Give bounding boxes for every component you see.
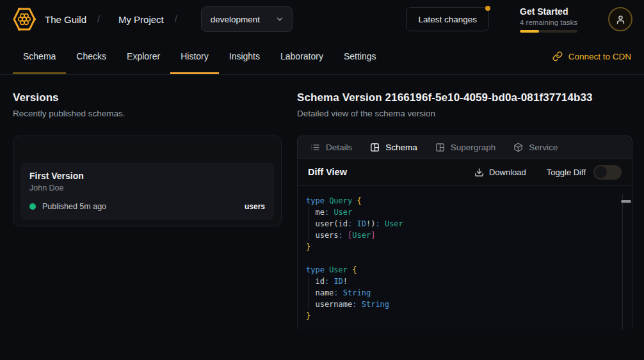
layout-columns-icon <box>435 143 445 152</box>
tab-label: Schema <box>385 143 417 152</box>
box-icon <box>513 143 523 152</box>
code-line: me: User <box>306 207 619 218</box>
code-line: username: String <box>306 299 619 310</box>
code-scrollbar[interactable] <box>622 194 632 329</box>
code-token: name <box>306 288 334 297</box>
version-name: First Version <box>29 171 265 181</box>
code-token: ID <box>334 277 342 286</box>
tab-explorer[interactable]: Explorer <box>117 38 170 74</box>
target-select[interactable]: development <box>201 6 293 32</box>
main-content: Versions Recently published schemas. Fir… <box>0 75 644 329</box>
tab-label: Insights <box>229 51 260 61</box>
code-token: ( <box>334 219 338 228</box>
code-token: users <box>306 231 339 240</box>
download-button[interactable]: Download <box>474 168 526 177</box>
code-scrollbar-thumb[interactable] <box>621 200 631 203</box>
toggle-diff-label: Toggle Diff <box>547 168 586 177</box>
code-token: id <box>306 277 325 286</box>
service-badge: users <box>245 202 265 211</box>
tab-insights[interactable]: Insights <box>219 38 270 74</box>
breadcrumb-separator: / <box>97 14 100 24</box>
tab-label: Laboratory <box>280 51 323 61</box>
tab-underline <box>170 72 219 74</box>
get-started-title: Get Started <box>520 6 577 17</box>
breadcrumb-separator: / <box>175 14 177 24</box>
latest-changes-button[interactable]: Latest changes <box>406 7 489 31</box>
published-status-dot-icon <box>29 203 36 210</box>
connect-to-cdn-label: Connect to CDN <box>568 52 631 61</box>
download-icon <box>474 168 484 177</box>
target-nav: Schema Checks Explorer History Insights … <box>0 38 644 75</box>
code-token: id <box>339 219 348 228</box>
schema-version-title: Schema Version 2166196f-5e10-4059-bd0a-0… <box>297 91 632 104</box>
code-token: type <box>306 196 329 205</box>
code-token <box>357 300 361 309</box>
link-icon <box>552 51 563 61</box>
get-started-widget[interactable]: Get Started 4 remaining tasks <box>520 6 577 33</box>
code-token: String <box>362 300 389 309</box>
code-token: String <box>343 288 371 297</box>
code-token: { <box>352 265 357 274</box>
tab-history[interactable]: History <box>170 38 219 74</box>
user-icon <box>615 14 626 25</box>
diff-view-title: Diff View <box>308 167 347 177</box>
tab-schema[interactable]: Schema <box>13 38 66 74</box>
code-token <box>343 231 348 240</box>
versions-subtitle: Recently published schemas. <box>13 109 282 118</box>
connect-to-cdn-link[interactable]: Connect to CDN <box>552 38 631 74</box>
code-line: user(id: ID!): User <box>306 218 619 230</box>
tab-supergraph[interactable]: Supergraph <box>426 136 505 158</box>
code-token: : <box>339 231 343 240</box>
target-select-value: development <box>211 15 260 24</box>
tab-laboratory[interactable]: Laboratory <box>270 38 334 74</box>
tab-label: Schema <box>23 51 56 61</box>
code-line: id: ID! <box>306 276 619 287</box>
code-line: type User { <box>306 264 619 276</box>
code-token: User <box>334 208 352 217</box>
latest-changes-label: Latest changes <box>418 15 477 24</box>
tab-underline <box>117 72 170 74</box>
code-token: User <box>385 219 403 228</box>
chevron-down-icon <box>275 15 284 24</box>
tab-details[interactable]: Details <box>302 136 361 158</box>
breadcrumb-project[interactable]: My Project <box>118 14 164 25</box>
code-token: ] <box>371 231 375 240</box>
code-token: type <box>306 265 329 274</box>
code-token <box>339 288 343 297</box>
code-token: ! <box>343 277 348 286</box>
code-token: : <box>334 288 338 297</box>
notification-dot-icon <box>485 6 490 11</box>
app-header: The Guild / My Project / development Lat… <box>0 0 644 38</box>
tab-label: Supergraph <box>451 143 496 152</box>
version-status: Published 5m ago <box>42 202 106 211</box>
schema-code-viewer[interactable]: type Query { me: User user(id: ID!): Use… <box>297 186 632 329</box>
toggle-diff-switch[interactable] <box>593 165 622 180</box>
user-avatar[interactable] <box>608 7 632 31</box>
tab-checks[interactable]: Checks <box>66 38 117 74</box>
diff-toolbar: Diff View Download Toggle Diff <box>297 159 632 186</box>
code-token: { <box>357 196 361 205</box>
tab-label: Checks <box>76 51 106 61</box>
version-list-item[interactable]: First Version John Doe Published 5m ago … <box>20 163 274 220</box>
tab-label: Explorer <box>127 51 160 61</box>
versions-list-card: First Version John Doe Published 5m ago … <box>13 136 282 226</box>
hive-logo-icon[interactable] <box>12 6 37 32</box>
code-token <box>352 219 357 228</box>
tab-underline <box>13 72 66 74</box>
code-line <box>306 253 619 264</box>
schema-version-subtitle: Detailed view of the schema version <box>297 109 632 118</box>
tab-settings[interactable]: Settings <box>334 38 387 74</box>
code-block: type Query { me: User user(id: ID!): Use… <box>306 195 619 322</box>
code-token <box>380 219 385 228</box>
list-icon <box>310 143 320 152</box>
tab-schema-view[interactable]: Schema <box>361 136 426 158</box>
tab-label: Settings <box>344 51 376 61</box>
code-token: } <box>306 311 310 320</box>
code-token: Query <box>329 196 352 205</box>
switch-knob <box>595 166 607 178</box>
code-token: user <box>306 219 334 228</box>
tab-service[interactable]: Service <box>504 136 567 158</box>
tab-label: Service <box>529 143 558 152</box>
code-line: type Query { <box>306 195 619 207</box>
breadcrumb-org[interactable]: The Guild <box>45 14 86 25</box>
